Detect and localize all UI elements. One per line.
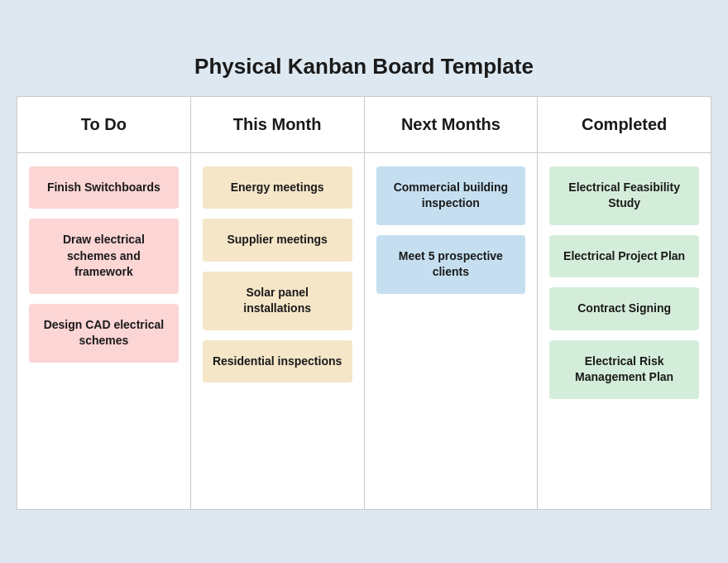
card-card-8[interactable]: Commercial building inspection bbox=[376, 166, 526, 225]
page-title: Physical Kanban Board Template bbox=[194, 54, 534, 79]
card-card-5[interactable]: Supplier meetings bbox=[203, 219, 352, 262]
kanban-board: To DoThis MonthNext MonthsCompleted Fini… bbox=[17, 96, 711, 510]
card-card-2[interactable]: Draw electrical schemes and framework bbox=[29, 219, 179, 294]
header-completed: Completed bbox=[538, 97, 711, 152]
column-completed: Electrical Feasibility StudyElectrical P… bbox=[538, 153, 711, 509]
header-todo: To Do bbox=[17, 97, 191, 152]
card-card-7[interactable]: Residential inspections bbox=[203, 340, 352, 383]
kanban-header-row: To DoThis MonthNext MonthsCompleted bbox=[17, 97, 711, 153]
kanban-body-row: Finish SwitchboardsDraw electrical schem… bbox=[17, 153, 711, 509]
card-card-3[interactable]: Design CAD electrical schemes bbox=[29, 304, 179, 363]
card-card-9[interactable]: Meet 5 prospective clients bbox=[376, 235, 526, 294]
header-next-months: Next Months bbox=[365, 97, 539, 152]
card-card-13[interactable]: Electrical Risk Management Plan bbox=[549, 340, 699, 399]
card-card-11[interactable]: Electrical Project Plan bbox=[549, 235, 699, 278]
page-wrapper: Physical Kanban Board Template To DoThis… bbox=[17, 54, 711, 510]
column-todo: Finish SwitchboardsDraw electrical schem… bbox=[17, 153, 191, 509]
card-card-6[interactable]: Solar panel installations bbox=[203, 272, 352, 330]
card-card-10[interactable]: Electrical Feasibility Study bbox=[549, 166, 699, 225]
card-card-1[interactable]: Finish Switchboards bbox=[29, 166, 179, 209]
column-next-months: Commercial building inspectionMeet 5 pro… bbox=[365, 153, 539, 509]
card-card-12[interactable]: Contract Signing bbox=[549, 287, 699, 330]
card-card-4[interactable]: Energy meetings bbox=[203, 166, 352, 209]
column-this-month: Energy meetingsSupplier meetingsSolar pa… bbox=[191, 153, 365, 509]
header-this-month: This Month bbox=[191, 97, 365, 152]
